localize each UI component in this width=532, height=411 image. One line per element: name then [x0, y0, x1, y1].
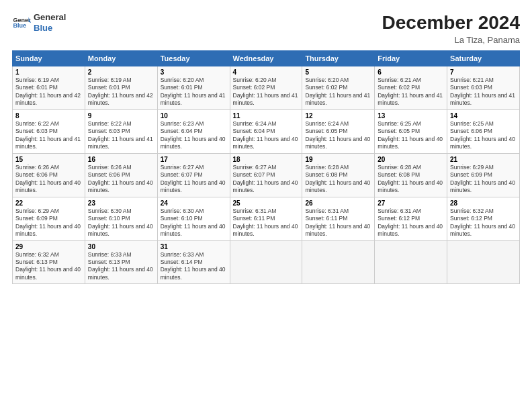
table-cell: 3 Sunrise: 6:20 AM Sunset: 6:01 PM Dayli…	[157, 66, 230, 110]
table-row: 29 Sunrise: 6:32 AM Sunset: 6:13 PM Dayl…	[13, 240, 520, 284]
table-cell: 1 Sunrise: 6:19 AM Sunset: 6:01 PM Dayli…	[13, 66, 85, 110]
day-number: 15	[15, 156, 82, 163]
table-cell: 22 Sunrise: 6:29 AM Sunset: 6:09 PM Dayl…	[13, 197, 85, 240]
day-number: 5	[305, 68, 371, 76]
table-cell: 23 Sunrise: 6:30 AM Sunset: 6:10 PM Dayl…	[85, 197, 157, 240]
day-number: 21	[450, 156, 517, 163]
day-info: Sunrise: 6:30 AM Sunset: 6:10 PM Dayligh…	[88, 208, 154, 238]
day-number: 26	[305, 199, 371, 207]
title-block: December 2024 La Tiza, Panama	[382, 12, 520, 45]
day-info: Sunrise: 6:23 AM Sunset: 6:04 PM Dayligh…	[161, 120, 227, 151]
day-number: 18	[233, 156, 300, 163]
table-cell	[375, 240, 447, 284]
calendar-table: Sunday Monday Tuesday Wednesday Thursday…	[12, 50, 520, 284]
month-title: December 2024	[382, 12, 520, 34]
table-cell: 5 Sunrise: 6:20 AM Sunset: 6:02 PM Dayli…	[302, 66, 375, 110]
col-thursday: Thursday	[302, 51, 375, 66]
day-number: 14	[450, 112, 517, 120]
table-row: 8 Sunrise: 6:22 AM Sunset: 6:03 PM Dayli…	[13, 109, 520, 153]
day-number: 3	[161, 68, 227, 76]
day-info: Sunrise: 6:33 AM Sunset: 6:14 PM Dayligh…	[161, 251, 227, 282]
day-info: Sunrise: 6:21 AM Sunset: 6:03 PM Dayligh…	[450, 77, 517, 107]
table-cell: 15 Sunrise: 6:26 AM Sunset: 6:06 PM Dayl…	[13, 153, 85, 197]
table-cell: 2 Sunrise: 6:19 AM Sunset: 6:01 PM Dayli…	[85, 66, 157, 110]
table-cell: 28 Sunrise: 6:32 AM Sunset: 6:12 PM Dayl…	[447, 197, 520, 240]
day-info: Sunrise: 6:30 AM Sunset: 6:10 PM Dayligh…	[161, 208, 227, 238]
day-number: 12	[305, 112, 371, 120]
day-info: Sunrise: 6:24 AM Sunset: 6:04 PM Dayligh…	[233, 120, 300, 151]
table-cell: 7 Sunrise: 6:21 AM Sunset: 6:03 PM Dayli…	[447, 66, 520, 110]
day-number: 29	[15, 243, 82, 250]
table-row: 15 Sunrise: 6:26 AM Sunset: 6:06 PM Dayl…	[13, 153, 520, 197]
day-info: Sunrise: 6:27 AM Sunset: 6:07 PM Dayligh…	[233, 164, 300, 195]
col-tuesday: Tuesday	[157, 51, 230, 66]
day-number: 20	[378, 156, 444, 163]
table-cell	[230, 240, 302, 284]
day-info: Sunrise: 6:32 AM Sunset: 6:12 PM Dayligh…	[450, 208, 517, 238]
day-number: 7	[450, 68, 517, 76]
day-number: 11	[233, 112, 300, 120]
day-info: Sunrise: 6:20 AM Sunset: 6:02 PM Dayligh…	[233, 77, 300, 107]
day-number: 31	[161, 243, 227, 250]
day-number: 19	[305, 156, 371, 163]
table-cell: 9 Sunrise: 6:22 AM Sunset: 6:03 PM Dayli…	[85, 109, 157, 153]
day-info: Sunrise: 6:26 AM Sunset: 6:06 PM Dayligh…	[88, 164, 154, 195]
day-info: Sunrise: 6:32 AM Sunset: 6:13 PM Dayligh…	[15, 251, 82, 282]
table-cell: 6 Sunrise: 6:21 AM Sunset: 6:02 PM Dayli…	[375, 66, 447, 110]
header: General Blue General Blue December 2024 …	[12, 12, 520, 45]
day-info: Sunrise: 6:28 AM Sunset: 6:08 PM Dayligh…	[378, 164, 444, 195]
day-info: Sunrise: 6:25 AM Sunset: 6:05 PM Dayligh…	[378, 120, 444, 151]
day-number: 1	[15, 68, 82, 76]
day-number: 22	[15, 199, 82, 207]
day-info: Sunrise: 6:31 AM Sunset: 6:11 PM Dayligh…	[233, 208, 300, 238]
location: La Tiza, Panama	[382, 35, 520, 45]
table-cell: 10 Sunrise: 6:23 AM Sunset: 6:04 PM Dayl…	[157, 109, 230, 153]
day-info: Sunrise: 6:29 AM Sunset: 6:09 PM Dayligh…	[15, 208, 82, 238]
day-number: 27	[378, 199, 444, 207]
col-sunday: Sunday	[13, 51, 85, 66]
calendar-page: General Blue General Blue December 2024 …	[0, 0, 532, 411]
day-info: Sunrise: 6:20 AM Sunset: 6:02 PM Dayligh…	[305, 77, 371, 107]
day-number: 9	[88, 112, 154, 120]
day-number: 2	[88, 68, 154, 76]
day-number: 13	[378, 112, 444, 120]
table-cell: 18 Sunrise: 6:27 AM Sunset: 6:07 PM Dayl…	[230, 153, 302, 197]
col-wednesday: Wednesday	[230, 51, 302, 66]
table-cell: 17 Sunrise: 6:27 AM Sunset: 6:07 PM Dayl…	[157, 153, 230, 197]
day-number: 8	[15, 112, 82, 120]
day-number: 28	[450, 199, 517, 207]
col-friday: Friday	[375, 51, 447, 66]
day-info: Sunrise: 6:29 AM Sunset: 6:09 PM Dayligh…	[450, 164, 517, 195]
table-cell: 13 Sunrise: 6:25 AM Sunset: 6:05 PM Dayl…	[375, 109, 447, 153]
day-info: Sunrise: 6:27 AM Sunset: 6:07 PM Dayligh…	[161, 164, 227, 195]
table-cell: 20 Sunrise: 6:28 AM Sunset: 6:08 PM Dayl…	[375, 153, 447, 197]
day-number: 24	[161, 199, 227, 207]
table-row: 22 Sunrise: 6:29 AM Sunset: 6:09 PM Dayl…	[13, 197, 520, 240]
table-cell: 30 Sunrise: 6:33 AM Sunset: 6:13 PM Dayl…	[85, 240, 157, 284]
table-cell: 21 Sunrise: 6:29 AM Sunset: 6:09 PM Dayl…	[447, 153, 520, 197]
day-number: 16	[88, 156, 154, 163]
table-cell	[302, 240, 375, 284]
table-cell: 29 Sunrise: 6:32 AM Sunset: 6:13 PM Dayl…	[13, 240, 85, 284]
table-cell: 11 Sunrise: 6:24 AM Sunset: 6:04 PM Dayl…	[230, 109, 302, 153]
table-cell: 4 Sunrise: 6:20 AM Sunset: 6:02 PM Dayli…	[230, 66, 302, 110]
day-info: Sunrise: 6:21 AM Sunset: 6:02 PM Dayligh…	[378, 77, 444, 107]
day-number: 17	[161, 156, 227, 163]
table-cell: 27 Sunrise: 6:31 AM Sunset: 6:12 PM Dayl…	[375, 197, 447, 240]
day-info: Sunrise: 6:19 AM Sunset: 6:01 PM Dayligh…	[15, 77, 82, 107]
table-cell: 24 Sunrise: 6:30 AM Sunset: 6:10 PM Dayl…	[157, 197, 230, 240]
table-cell	[447, 240, 520, 284]
day-number: 6	[378, 68, 444, 76]
day-info: Sunrise: 6:20 AM Sunset: 6:01 PM Dayligh…	[161, 77, 227, 107]
day-info: Sunrise: 6:22 AM Sunset: 6:03 PM Dayligh…	[88, 120, 154, 151]
day-info: Sunrise: 6:31 AM Sunset: 6:12 PM Dayligh…	[378, 208, 444, 238]
day-info: Sunrise: 6:31 AM Sunset: 6:11 PM Dayligh…	[305, 208, 371, 238]
table-cell: 12 Sunrise: 6:24 AM Sunset: 6:05 PM Dayl…	[302, 109, 375, 153]
col-saturday: Saturday	[447, 51, 520, 66]
logo-general: General	[34, 12, 66, 23]
col-monday: Monday	[85, 51, 157, 66]
table-cell: 31 Sunrise: 6:33 AM Sunset: 6:14 PM Dayl…	[157, 240, 230, 284]
table-cell: 26 Sunrise: 6:31 AM Sunset: 6:11 PM Dayl…	[302, 197, 375, 240]
header-row: Sunday Monday Tuesday Wednesday Thursday…	[13, 51, 520, 66]
day-info: Sunrise: 6:33 AM Sunset: 6:13 PM Dayligh…	[88, 251, 154, 282]
